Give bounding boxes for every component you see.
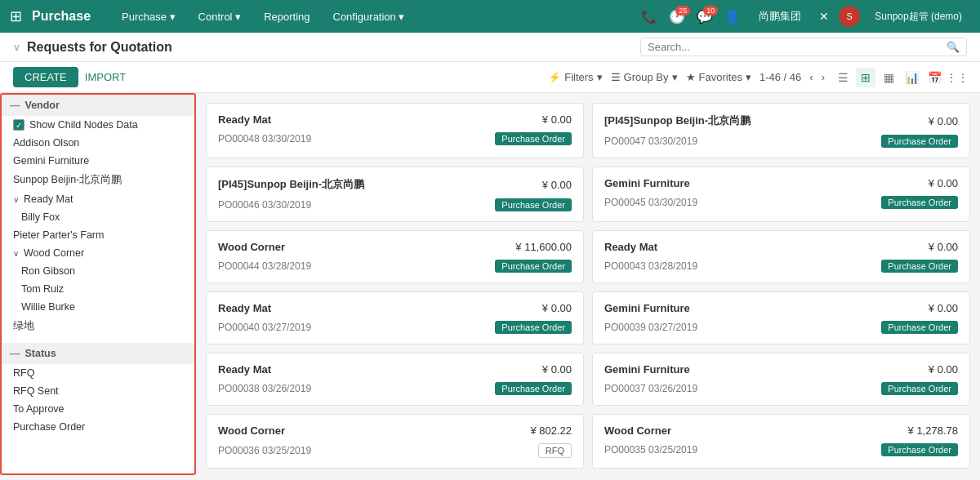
chart-view-button[interactable]: 📊 [902,68,921,87]
filters-button[interactable]: ⚡ Filters ▾ [548,71,602,83]
show-child-nodes-label: Show Child Nodes Data [29,119,138,131]
sidebar-vendor-pieter[interactable]: Pieter Parter's Farm [2,226,194,244]
card-amount: ¥ 11,600.00 [515,241,572,253]
grid-menu-icon[interactable]: ⊞ [10,7,22,25]
card-footer: PO00043 03/28/2019 Purchase Order [604,260,958,273]
sidebar-vendor-readymat[interactable]: ∨ Ready Mat [2,190,194,208]
card-footer: PO00039 03/27/2019 Purchase Order [604,321,958,334]
grid-view-button[interactable]: ▦ [879,68,898,87]
sidebar-vendor-greenland[interactable]: 绿地 [2,316,194,336]
card-amount: ¥ 0.00 [542,302,572,314]
avatar[interactable]: S [839,6,860,27]
card-header: Ready Mat ¥ 0.00 [604,241,958,253]
card-po-number: PO00046 03/30/2019 [218,199,311,211]
phone-icon[interactable]: 📞 [641,9,657,24]
card-footer: PO00035 03/25/2019 Purchase Order [604,443,958,456]
card-amount: ¥ 0.00 [542,113,572,126]
card-po-number: PO00035 03/25/2019 [604,444,697,456]
sidebar-status-toapprove[interactable]: To Approve [2,400,194,418]
activity-view-button[interactable]: ⋮⋮ [947,68,967,87]
sidebar-vendor-willieburke[interactable]: Willie Burke [2,298,194,316]
card-vendor: Wood Corner [604,424,671,437]
card-vendor: Wood Corner [218,424,285,437]
order-card[interactable]: [PI45]Sunpop Beijin-北京尚鹏 ¥ 0.00 PO00046 … [206,167,584,222]
prev-page-button[interactable]: ‹ [809,71,813,83]
sidebar: — Vendor Show Child Nodes Data Addison O… [0,93,196,475]
order-card[interactable]: Wood Corner ¥ 1,278.78 PO00035 03/25/201… [592,414,970,469]
kanban-view-button[interactable]: ⊞ [856,68,875,87]
top-navigation: ⊞ Purchase Purchase ▾ Control ▾ Reportin… [0,0,980,33]
order-card[interactable]: Gemini Furniture ¥ 0.00 PO00037 03/26/20… [592,353,970,406]
org-selector[interactable]: 尚鹏集团 [751,9,809,24]
order-card[interactable]: Wood Corner ¥ 802.22 PO00036 03/25/2019 … [206,414,584,469]
show-child-nodes-item[interactable]: Show Child Nodes Data [2,116,194,134]
order-card[interactable]: Ready Mat ¥ 0.00 PO00040 03/27/2019 Purc… [206,291,584,344]
card-po-number: PO00036 03/25/2019 [218,445,311,456]
import-button[interactable]: IMPORT [85,71,126,83]
card-po-number: PO00040 03/27/2019 [218,322,311,333]
calendar-view-button[interactable]: 📅 [924,68,944,87]
card-status-badge: Purchase Order [495,382,572,395]
sidebar-vendor-rongibson[interactable]: Ron Gibson [2,262,194,280]
card-footer: PO00044 03/28/2019 Purchase Order [218,260,572,273]
next-page-button[interactable]: › [822,71,825,83]
card-header: Gemini Furniture ¥ 0.00 [604,363,958,376]
vendor-label: Sunpop Beijin-北京尚鹏 [13,173,122,187]
nav-purchase[interactable]: Purchase ▾ [114,11,184,23]
nav-configuration[interactable]: Configuration ▾ [325,11,413,23]
card-amount: ¥ 0.00 [929,302,958,314]
order-card[interactable]: [PI45]Sunpop Beijin-北京尚鹏 ¥ 0.00 PO00047 … [592,103,970,158]
search-box[interactable]: 🔍 [640,38,967,56]
status-section-label: Status [25,348,56,359]
chat-icon[interactable]: 💬 10 [697,9,713,24]
sidebar-status-rfqsent[interactable]: RFQ Sent [2,382,194,400]
order-card[interactable]: Ready Mat ¥ 0.00 PO00038 03/26/2019 Purc… [206,353,584,406]
card-vendor: Gemini Furniture [604,363,690,376]
nav-reporting[interactable]: Reporting [256,11,318,23]
vendor-label: Ron Gibson [21,265,75,277]
status-label: RFQ Sent [13,385,59,397]
card-amount: ¥ 0.00 [542,363,572,376]
clock-icon[interactable]: 🕐 25 [669,9,685,24]
sidebar-vendor-woodcorner[interactable]: ∨ Wood Corner [2,244,194,262]
order-card[interactable]: Gemini Furniture ¥ 0.00 PO00045 03/30/20… [592,167,970,222]
search-icon[interactable]: 🔍 [947,41,960,53]
hr-icon[interactable]: 👤 [724,9,741,24]
card-po-number: PO00039 03/27/2019 [604,322,697,333]
groupby-button[interactable]: ☰ Group By ▾ [611,71,678,83]
sidebar-vendor-billyfox[interactable]: Billy Fox [2,208,194,226]
sidebar-status-rfq[interactable]: RFQ [2,364,194,382]
list-view-button[interactable]: ☰ [833,68,853,87]
toolbar: CREATE IMPORT ⚡ Filters ▾ ☰ Group By ▾ ★… [0,62,980,93]
order-card[interactable]: Wood Corner ¥ 11,600.00 PO00044 03/28/20… [206,230,584,283]
card-amount: ¥ 0.00 [542,179,572,191]
card-status-badge: Purchase Order [881,260,958,273]
sidebar-vendor-tomruiz[interactable]: Tom Ruiz [2,280,194,298]
order-card[interactable]: Ready Mat ¥ 0.00 PO00043 03/28/2019 Purc… [592,230,970,283]
groupby-chevron: ▾ [672,71,678,83]
show-child-nodes-checkbox[interactable] [13,119,24,131]
create-button[interactable]: CREATE [13,67,78,87]
card-footer: PO00045 03/30/2019 Purchase Order [604,196,958,209]
card-amount: ¥ 0.00 [929,363,958,376]
sidebar-vendor-gemini[interactable]: Gemini Furniture [2,152,194,170]
sidebar-vendor-sunpop[interactable]: Sunpop Beijin-北京尚鹏 [2,170,194,190]
card-status-badge: Purchase Order [495,321,572,334]
card-amount: ¥ 1,278.78 [908,424,958,437]
vendor-label: Wood Corner [24,247,84,259]
favorites-button[interactable]: ★ Favorites ▾ [686,71,751,83]
nav-control[interactable]: Control ▾ [190,11,250,23]
card-amount: ¥ 802.22 [530,424,572,437]
close-icon[interactable]: ✕ [819,10,829,23]
sidebar-status-purchaseorder[interactable]: Purchase Order [2,418,194,436]
search-input[interactable] [648,41,947,53]
vendor-section-label: Vendor [25,100,60,111]
order-card[interactable]: Gemini Furniture ¥ 0.00 PO00039 03/27/20… [592,291,970,344]
order-card[interactable]: Ready Mat ¥ 0.00 PO00048 03/30/2019 Purc… [206,103,584,158]
user-menu[interactable]: Sunpop超管 (demo) [866,10,970,24]
card-po-number: PO00038 03/26/2019 [218,383,311,394]
vendor-section-header: — Vendor [2,95,194,116]
vendor-label: Gemini Furniture [13,155,89,167]
sidebar-vendor-addison[interactable]: Addison Olson [2,134,194,152]
card-footer: PO00048 03/30/2019 Purchase Order [218,132,572,145]
